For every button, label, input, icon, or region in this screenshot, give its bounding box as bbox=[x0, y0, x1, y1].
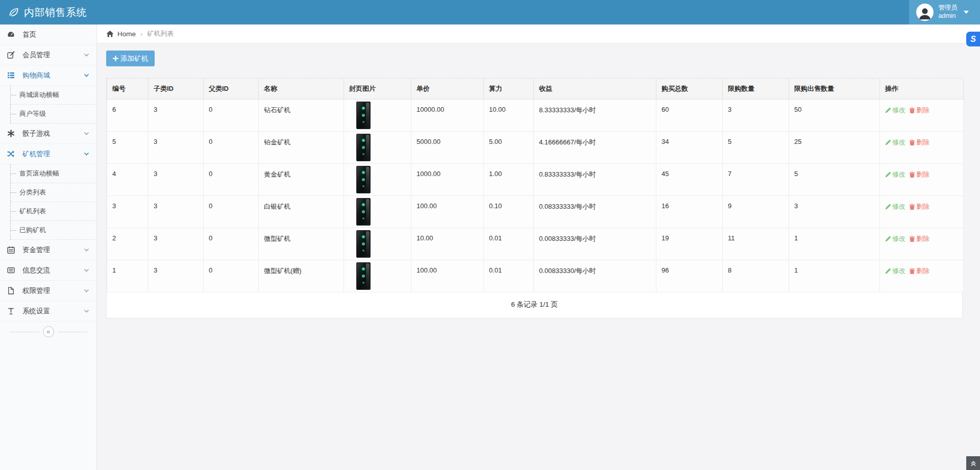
sidebar-item[interactable]: 矿机管理 bbox=[0, 144, 96, 164]
edit-link[interactable]: 修改 bbox=[885, 266, 905, 276]
sidebar-subitem[interactable]: 分类列表 bbox=[11, 183, 96, 202]
text-width-icon bbox=[7, 307, 17, 315]
sidebar-item-label: 权限管理 bbox=[22, 286, 50, 295]
cover-image-cell bbox=[344, 196, 411, 228]
delete-link[interactable]: 删除 bbox=[909, 170, 929, 179]
cell-power: 0.10 bbox=[484, 196, 534, 228]
cell-parent_id: 0 bbox=[204, 228, 259, 260]
cell-income: 0.83333333/每小时 bbox=[534, 164, 656, 196]
app-logo[interactable]: 内部销售系统 bbox=[0, 0, 97, 24]
edit-link[interactable]: 修改 bbox=[885, 234, 905, 243]
sidebar-item[interactable]: 会员管理 bbox=[0, 45, 96, 65]
cell-price: 5000.00 bbox=[411, 132, 484, 164]
cell-id: 5 bbox=[107, 132, 149, 164]
sidebar-subitem[interactable]: 矿机列表 bbox=[11, 202, 96, 221]
delete-link[interactable]: 删除 bbox=[909, 266, 929, 276]
cell-id: 4 bbox=[107, 164, 149, 196]
cell-total_bought: 96 bbox=[656, 260, 723, 292]
cell-name: 白银矿机 bbox=[259, 196, 344, 228]
delete-label: 删除 bbox=[916, 266, 929, 276]
sidebar-item[interactable]: 信息交流 bbox=[0, 260, 96, 281]
breadcrumb-current: 矿机列表 bbox=[147, 29, 174, 38]
sidebar-menu: 首页会员管理购物商城商城滚动横幅商户等级骰子游戏矿机管理首页滚动横幅分类列表矿机… bbox=[0, 24, 96, 321]
page-content: 添加矿机 编号子类ID父类ID名称封页图片单价算力收益购买总数限购数量限购出售数… bbox=[97, 43, 980, 318]
product-image bbox=[356, 134, 371, 161]
product-image bbox=[356, 230, 371, 258]
sidebar-subitem[interactable]: 商城滚动横幅 bbox=[11, 86, 96, 105]
sidebar-item[interactable]: 购物商城 bbox=[0, 65, 96, 86]
cell-total_bought: 19 bbox=[656, 228, 723, 260]
edit-link[interactable]: 修改 bbox=[885, 202, 905, 211]
cell-limit_buy: 5 bbox=[723, 132, 789, 164]
cell-name: 铂金矿机 bbox=[259, 132, 344, 164]
user-menu[interactable]: 管理员 admin bbox=[909, 0, 980, 24]
add-miner-button[interactable]: 添加矿机 bbox=[106, 51, 155, 66]
table-row: 330白银矿机100.000.100.08333333/每小时1693修改删除 bbox=[107, 196, 964, 228]
edit-label: 修改 bbox=[892, 138, 905, 147]
cell-price: 100.00 bbox=[411, 196, 484, 228]
cell-income: 8.33333333/每小时 bbox=[534, 100, 656, 132]
breadcrumb-home-link[interactable]: Home bbox=[117, 30, 136, 38]
shuffle-icon bbox=[7, 150, 17, 158]
sidebar-subitem[interactable]: 商户等级 bbox=[11, 105, 96, 123]
cell-income: 0.00833330/每小时 bbox=[534, 260, 656, 292]
sidebar-subitem-label: 已购矿机 bbox=[19, 226, 46, 235]
record-summary: 6 条记录 1/1 页 bbox=[107, 292, 962, 318]
cell-name: 微型矿机 bbox=[259, 228, 344, 260]
sidebar-item[interactable]: 首页 bbox=[0, 24, 96, 45]
miners-table-panel: 编号子类ID父类ID名称封页图片单价算力收益购买总数限购数量限购出售数量操作 6… bbox=[106, 78, 963, 318]
edit-link[interactable]: 修改 bbox=[885, 138, 905, 147]
delete-link[interactable]: 删除 bbox=[909, 234, 929, 243]
cell-limit_buy: 7 bbox=[723, 164, 789, 196]
sidebar-item[interactable]: 权限管理 bbox=[0, 281, 96, 301]
edit-link[interactable]: 修改 bbox=[885, 106, 905, 115]
breadcrumb-separator: › bbox=[140, 30, 142, 38]
main-area: Home › 矿机列表 添加矿机 编号子类ID父类ID名称封页图片单价算力收益购… bbox=[97, 24, 980, 318]
browser-extension-widget[interactable]: S bbox=[966, 32, 980, 46]
product-image bbox=[356, 198, 371, 226]
caret-down-icon bbox=[964, 11, 969, 14]
sidebar-item-label: 信息交流 bbox=[22, 266, 50, 275]
sidebar-item[interactable]: 骰子游戏 bbox=[0, 123, 96, 144]
column-header: 购买总数 bbox=[656, 79, 723, 100]
delete-link[interactable]: 删除 bbox=[909, 138, 929, 147]
cover-image-cell bbox=[344, 164, 411, 196]
cell-price: 10.00 bbox=[411, 228, 484, 260]
delete-label: 删除 bbox=[916, 202, 929, 211]
cell-parent_id: 0 bbox=[204, 164, 259, 196]
cell-name: 黄金矿机 bbox=[259, 164, 344, 196]
table-row: 530铂金矿机5000.005.004.16666667/每小时34525修改删… bbox=[107, 132, 964, 164]
edit-label: 修改 bbox=[892, 170, 905, 179]
sidebar-item-label: 系统设置 bbox=[22, 307, 50, 316]
sidebar-subitem[interactable]: 首页滚动横幅 bbox=[11, 164, 96, 183]
cell-id: 2 bbox=[107, 228, 149, 260]
sidebar-subitem-label: 首页滚动横幅 bbox=[19, 169, 59, 178]
cell-price: 1000.00 bbox=[411, 164, 484, 196]
delete-link[interactable]: 删除 bbox=[909, 106, 929, 115]
cell-parent_id: 0 bbox=[204, 196, 259, 228]
sidebar-item[interactable]: 资金管理 bbox=[0, 240, 96, 260]
delete-label: 删除 bbox=[916, 234, 929, 243]
sidebar-subitem[interactable]: 已购矿机 bbox=[11, 221, 96, 240]
delete-link[interactable]: 删除 bbox=[909, 202, 929, 211]
cell-total_bought: 60 bbox=[656, 100, 723, 132]
back-to-top-button[interactable] bbox=[966, 456, 980, 470]
product-image bbox=[356, 262, 371, 290]
sidebar-collapse-button[interactable]: « bbox=[43, 326, 54, 337]
asterisk-icon bbox=[7, 130, 17, 137]
cell-id: 3 bbox=[107, 196, 149, 228]
chevron-down-icon bbox=[84, 131, 89, 136]
sidebar-item[interactable]: 系统设置 bbox=[0, 301, 96, 321]
delete-label: 删除 bbox=[916, 106, 929, 115]
cell-sub_id: 3 bbox=[149, 132, 204, 164]
cell-limit_sell: 25 bbox=[789, 132, 880, 164]
column-header: 操作 bbox=[880, 79, 964, 100]
chevron-down-icon bbox=[84, 151, 89, 157]
cell-income: 4.16666667/每小时 bbox=[534, 132, 656, 164]
edit-label: 修改 bbox=[892, 234, 905, 243]
edit-link[interactable]: 修改 bbox=[885, 170, 905, 179]
column-header: 单价 bbox=[411, 79, 484, 100]
column-header: 封页图片 bbox=[344, 79, 411, 100]
cell-sub_id: 3 bbox=[149, 196, 204, 228]
sidebar-item-label: 会员管理 bbox=[22, 51, 50, 60]
